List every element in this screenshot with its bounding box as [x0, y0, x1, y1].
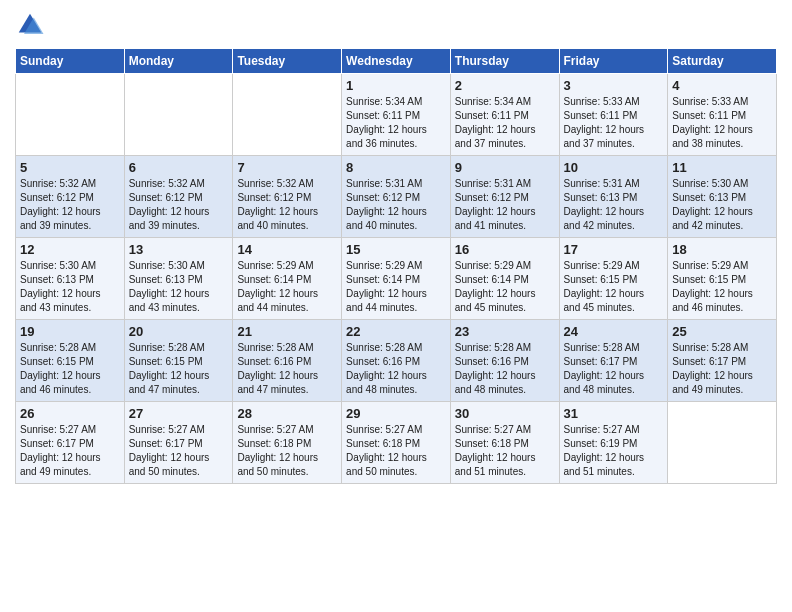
header	[15, 10, 777, 40]
day-number: 20	[129, 324, 229, 339]
day-number: 12	[20, 242, 120, 257]
calendar-cell: 25Sunrise: 5:28 AM Sunset: 6:17 PM Dayli…	[668, 320, 777, 402]
day-number: 7	[237, 160, 337, 175]
day-number: 30	[455, 406, 555, 421]
weekday-header: Friday	[559, 49, 668, 74]
calendar-table: SundayMondayTuesdayWednesdayThursdayFrid…	[15, 48, 777, 484]
day-number: 3	[564, 78, 664, 93]
calendar-cell: 13Sunrise: 5:30 AM Sunset: 6:13 PM Dayli…	[124, 238, 233, 320]
day-info: Sunrise: 5:27 AM Sunset: 6:18 PM Dayligh…	[455, 423, 555, 479]
logo	[15, 10, 49, 40]
day-info: Sunrise: 5:32 AM Sunset: 6:12 PM Dayligh…	[20, 177, 120, 233]
day-number: 25	[672, 324, 772, 339]
calendar-cell: 24Sunrise: 5:28 AM Sunset: 6:17 PM Dayli…	[559, 320, 668, 402]
day-info: Sunrise: 5:28 AM Sunset: 6:15 PM Dayligh…	[129, 341, 229, 397]
calendar-cell: 6Sunrise: 5:32 AM Sunset: 6:12 PM Daylig…	[124, 156, 233, 238]
calendar-cell: 19Sunrise: 5:28 AM Sunset: 6:15 PM Dayli…	[16, 320, 125, 402]
day-number: 29	[346, 406, 446, 421]
calendar-week-row: 19Sunrise: 5:28 AM Sunset: 6:15 PM Dayli…	[16, 320, 777, 402]
day-number: 21	[237, 324, 337, 339]
calendar-header: SundayMondayTuesdayWednesdayThursdayFrid…	[16, 49, 777, 74]
calendar-cell: 10Sunrise: 5:31 AM Sunset: 6:13 PM Dayli…	[559, 156, 668, 238]
day-number: 9	[455, 160, 555, 175]
weekday-header: Monday	[124, 49, 233, 74]
day-number: 28	[237, 406, 337, 421]
weekday-header: Thursday	[450, 49, 559, 74]
calendar-cell: 21Sunrise: 5:28 AM Sunset: 6:16 PM Dayli…	[233, 320, 342, 402]
weekday-header: Sunday	[16, 49, 125, 74]
day-info: Sunrise: 5:31 AM Sunset: 6:12 PM Dayligh…	[346, 177, 446, 233]
day-number: 18	[672, 242, 772, 257]
day-info: Sunrise: 5:29 AM Sunset: 6:15 PM Dayligh…	[672, 259, 772, 315]
day-number: 31	[564, 406, 664, 421]
calendar-cell: 5Sunrise: 5:32 AM Sunset: 6:12 PM Daylig…	[16, 156, 125, 238]
day-number: 22	[346, 324, 446, 339]
calendar-week-row: 1Sunrise: 5:34 AM Sunset: 6:11 PM Daylig…	[16, 74, 777, 156]
calendar-cell	[233, 74, 342, 156]
day-number: 8	[346, 160, 446, 175]
day-info: Sunrise: 5:29 AM Sunset: 6:14 PM Dayligh…	[346, 259, 446, 315]
day-info: Sunrise: 5:32 AM Sunset: 6:12 PM Dayligh…	[129, 177, 229, 233]
day-info: Sunrise: 5:30 AM Sunset: 6:13 PM Dayligh…	[129, 259, 229, 315]
day-number: 2	[455, 78, 555, 93]
day-info: Sunrise: 5:33 AM Sunset: 6:11 PM Dayligh…	[564, 95, 664, 151]
day-info: Sunrise: 5:32 AM Sunset: 6:12 PM Dayligh…	[237, 177, 337, 233]
day-info: Sunrise: 5:34 AM Sunset: 6:11 PM Dayligh…	[346, 95, 446, 151]
day-info: Sunrise: 5:29 AM Sunset: 6:14 PM Dayligh…	[455, 259, 555, 315]
day-number: 16	[455, 242, 555, 257]
day-info: Sunrise: 5:29 AM Sunset: 6:14 PM Dayligh…	[237, 259, 337, 315]
calendar-cell: 22Sunrise: 5:28 AM Sunset: 6:16 PM Dayli…	[342, 320, 451, 402]
day-number: 6	[129, 160, 229, 175]
day-info: Sunrise: 5:27 AM Sunset: 6:18 PM Dayligh…	[237, 423, 337, 479]
day-info: Sunrise: 5:28 AM Sunset: 6:16 PM Dayligh…	[455, 341, 555, 397]
day-number: 1	[346, 78, 446, 93]
day-info: Sunrise: 5:28 AM Sunset: 6:17 PM Dayligh…	[672, 341, 772, 397]
calendar-week-row: 5Sunrise: 5:32 AM Sunset: 6:12 PM Daylig…	[16, 156, 777, 238]
calendar-cell	[668, 402, 777, 484]
calendar-cell: 11Sunrise: 5:30 AM Sunset: 6:13 PM Dayli…	[668, 156, 777, 238]
day-number: 23	[455, 324, 555, 339]
calendar-cell: 7Sunrise: 5:32 AM Sunset: 6:12 PM Daylig…	[233, 156, 342, 238]
day-info: Sunrise: 5:31 AM Sunset: 6:12 PM Dayligh…	[455, 177, 555, 233]
calendar-cell: 4Sunrise: 5:33 AM Sunset: 6:11 PM Daylig…	[668, 74, 777, 156]
calendar-cell: 3Sunrise: 5:33 AM Sunset: 6:11 PM Daylig…	[559, 74, 668, 156]
day-number: 4	[672, 78, 772, 93]
calendar-cell	[16, 74, 125, 156]
day-info: Sunrise: 5:28 AM Sunset: 6:17 PM Dayligh…	[564, 341, 664, 397]
day-info: Sunrise: 5:30 AM Sunset: 6:13 PM Dayligh…	[20, 259, 120, 315]
day-number: 5	[20, 160, 120, 175]
calendar-cell: 27Sunrise: 5:27 AM Sunset: 6:17 PM Dayli…	[124, 402, 233, 484]
day-number: 24	[564, 324, 664, 339]
weekday-header: Tuesday	[233, 49, 342, 74]
calendar-week-row: 26Sunrise: 5:27 AM Sunset: 6:17 PM Dayli…	[16, 402, 777, 484]
day-info: Sunrise: 5:29 AM Sunset: 6:15 PM Dayligh…	[564, 259, 664, 315]
day-number: 13	[129, 242, 229, 257]
calendar-cell: 28Sunrise: 5:27 AM Sunset: 6:18 PM Dayli…	[233, 402, 342, 484]
calendar-cell: 31Sunrise: 5:27 AM Sunset: 6:19 PM Dayli…	[559, 402, 668, 484]
calendar-cell: 1Sunrise: 5:34 AM Sunset: 6:11 PM Daylig…	[342, 74, 451, 156]
day-number: 10	[564, 160, 664, 175]
day-info: Sunrise: 5:27 AM Sunset: 6:18 PM Dayligh…	[346, 423, 446, 479]
calendar-cell: 12Sunrise: 5:30 AM Sunset: 6:13 PM Dayli…	[16, 238, 125, 320]
day-info: Sunrise: 5:34 AM Sunset: 6:11 PM Dayligh…	[455, 95, 555, 151]
calendar-cell: 18Sunrise: 5:29 AM Sunset: 6:15 PM Dayli…	[668, 238, 777, 320]
calendar-body: 1Sunrise: 5:34 AM Sunset: 6:11 PM Daylig…	[16, 74, 777, 484]
day-info: Sunrise: 5:28 AM Sunset: 6:16 PM Dayligh…	[346, 341, 446, 397]
day-info: Sunrise: 5:30 AM Sunset: 6:13 PM Dayligh…	[672, 177, 772, 233]
day-number: 15	[346, 242, 446, 257]
calendar-cell	[124, 74, 233, 156]
calendar-cell: 14Sunrise: 5:29 AM Sunset: 6:14 PM Dayli…	[233, 238, 342, 320]
day-info: Sunrise: 5:33 AM Sunset: 6:11 PM Dayligh…	[672, 95, 772, 151]
calendar-cell: 30Sunrise: 5:27 AM Sunset: 6:18 PM Dayli…	[450, 402, 559, 484]
day-number: 17	[564, 242, 664, 257]
weekday-header: Wednesday	[342, 49, 451, 74]
calendar-cell: 17Sunrise: 5:29 AM Sunset: 6:15 PM Dayli…	[559, 238, 668, 320]
calendar-cell: 8Sunrise: 5:31 AM Sunset: 6:12 PM Daylig…	[342, 156, 451, 238]
day-number: 26	[20, 406, 120, 421]
day-info: Sunrise: 5:27 AM Sunset: 6:19 PM Dayligh…	[564, 423, 664, 479]
calendar-cell: 26Sunrise: 5:27 AM Sunset: 6:17 PM Dayli…	[16, 402, 125, 484]
weekday-header: Saturday	[668, 49, 777, 74]
logo-icon	[15, 10, 45, 40]
day-info: Sunrise: 5:28 AM Sunset: 6:15 PM Dayligh…	[20, 341, 120, 397]
calendar-cell: 16Sunrise: 5:29 AM Sunset: 6:14 PM Dayli…	[450, 238, 559, 320]
